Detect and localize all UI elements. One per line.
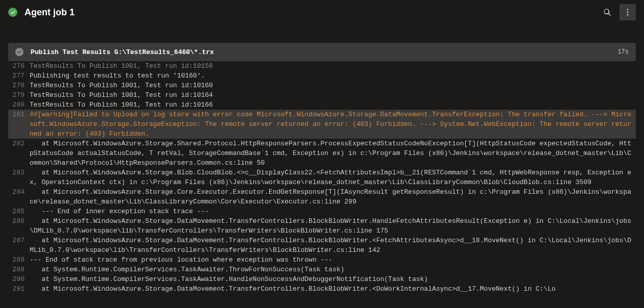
- log-line[interactable]: 284 at Microsoft.WindowsAzure.Storage.Co…: [8, 187, 636, 207]
- line-number: 276: [8, 61, 30, 71]
- line-number: 291: [8, 284, 30, 294]
- more-button[interactable]: [619, 4, 636, 20]
- log-line[interactable]: 279TestResults To Publish 1001, Test run…: [8, 90, 636, 100]
- log-line[interactable]: 290 at System.Runtime.CompilerServices.T…: [8, 274, 636, 284]
- task-duration: 17s: [617, 48, 629, 56]
- line-text: TestResults To Publish 1001, Test run id…: [30, 100, 636, 110]
- log-line[interactable]: 280TestResults To Publish 1001, Test run…: [8, 100, 636, 110]
- log-line[interactable]: 291 at Microsoft.WindowsAzure.Storage.Da…: [8, 284, 636, 294]
- line-number: 278: [8, 81, 30, 90]
- kebab-icon: [624, 8, 632, 16]
- log-line[interactable]: 283 at Microsoft.WindowsAzure.Storage.Bl…: [8, 168, 636, 187]
- line-number: 285: [8, 207, 30, 216]
- task-title: Publish Test Results G:\TestResults_6460…: [31, 48, 617, 56]
- log-line[interactable]: 276TestResults To Publish 1001, Test run…: [8, 61, 636, 71]
- log-output[interactable]: 276TestResults To Publish 1001, Test run…: [8, 61, 636, 294]
- line-text: at Microsoft.WindowsAzure.Storage.DataMo…: [30, 284, 636, 294]
- line-text: ##[warning]Failed to Upload on log store…: [30, 110, 636, 139]
- log-line[interactable]: 288--- End of stack trace from previous …: [8, 255, 636, 265]
- line-text: --- End of inner exception stack trace -…: [30, 207, 636, 216]
- log-line[interactable]: 285 --- End of inner exception stack tra…: [8, 207, 636, 216]
- line-text: at Microsoft.WindowsAzure.Storage.Core.E…: [30, 187, 636, 207]
- log-line[interactable]: 289 at System.Runtime.CompilerServices.T…: [8, 265, 636, 274]
- log-line[interactable]: 281##[warning]Failed to Upload on log st…: [8, 110, 636, 139]
- task-header[interactable]: Publish Test Results G:\TestResults_6460…: [8, 43, 636, 61]
- line-number: 280: [8, 100, 30, 110]
- line-number: 281: [8, 110, 30, 119]
- line-text: TestResults To Publish 1001, Test run id…: [30, 61, 636, 71]
- line-number: 287: [8, 236, 30, 245]
- line-number: 279: [8, 90, 30, 100]
- job-header: Agent job 1: [0, 0, 644, 24]
- svg-point-0: [627, 9, 629, 11]
- line-text: at Microsoft.WindowsAzure.Storage.DataMo…: [30, 216, 636, 236]
- log-line[interactable]: 282 at Microsoft.WindowsAzure.Storage.Sh…: [8, 139, 636, 168]
- line-number: 282: [8, 139, 30, 148]
- task-status-icon: [15, 48, 23, 56]
- log-line[interactable]: 286 at Microsoft.WindowsAzure.Storage.Da…: [8, 216, 636, 236]
- line-number: 284: [8, 187, 30, 197]
- log-line[interactable]: 278TestResults To Publish 1001, Test run…: [8, 81, 636, 90]
- line-text: at System.Runtime.CompilerServices.TaskA…: [30, 265, 636, 274]
- log-line[interactable]: 277Publishing test results to test run '…: [8, 71, 636, 81]
- log-line[interactable]: 287 at Microsoft.WindowsAzure.Storage.Da…: [8, 236, 636, 255]
- line-text: TestResults To Publish 1001, Test run id…: [30, 90, 636, 100]
- line-number: 288: [8, 255, 30, 265]
- line-text: at Microsoft.WindowsAzure.Storage.DataMo…: [30, 236, 636, 255]
- svg-point-2: [627, 14, 629, 16]
- line-text: at Microsoft.WindowsAzure.Storage.Blob.C…: [30, 168, 636, 187]
- job-title: Agent job 1: [25, 7, 599, 18]
- line-number: 277: [8, 71, 30, 81]
- line-text: at Microsoft.WindowsAzure.Storage.Shared…: [30, 139, 636, 168]
- line-text: --- End of stack trace from previous loc…: [30, 255, 636, 265]
- line-number: 290: [8, 274, 30, 284]
- line-text: Publishing test results to test run '101…: [30, 71, 636, 81]
- line-text: TestResults To Publish 1001, Test run id…: [30, 81, 636, 90]
- line-text: at System.Runtime.CompilerServices.TaskA…: [30, 274, 636, 284]
- line-number: 289: [8, 265, 30, 274]
- search-icon: [603, 8, 611, 16]
- search-button[interactable]: [599, 4, 615, 20]
- status-success-icon: [8, 8, 17, 17]
- line-number: 283: [8, 168, 30, 177]
- svg-point-1: [627, 12, 629, 13]
- header-actions: [599, 4, 636, 20]
- line-number: 286: [8, 216, 30, 226]
